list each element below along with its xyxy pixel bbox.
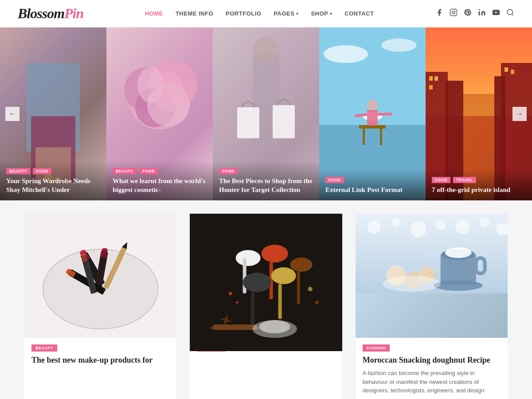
logo-blossom: Blossom — [18, 5, 64, 21]
grid-card-1: BEAUTY The best new make-up products for — [24, 214, 176, 399]
nav-pages[interactable]: PAGES ▾ — [274, 10, 298, 17]
slide-1-tag-1: BEAUTY — [6, 168, 30, 174]
content-grid: BEAUTY The best new make-up products for — [0, 200, 532, 399]
svg-rect-22 — [273, 105, 295, 138]
slider-prev-button[interactable]: ← — [5, 107, 20, 121]
slide-3-title: The Best Pieces to Shop from the Hunter … — [219, 177, 313, 194]
svg-point-2 — [455, 10, 456, 11]
svg-point-31 — [367, 100, 378, 110]
grid-card-2: CULTURE — [190, 214, 342, 399]
facebook-icon[interactable] — [435, 8, 443, 19]
svg-point-64 — [236, 250, 261, 266]
svg-point-70 — [243, 273, 271, 292]
logo-pin: Pin — [64, 5, 83, 21]
card-1-tag: BEAUTY — [31, 344, 57, 352]
svg-rect-32 — [367, 110, 378, 125]
nav-theme-info[interactable]: THEME INFO — [176, 10, 213, 17]
card-1-title: The best new make-up products for — [31, 355, 169, 365]
card-1-image — [24, 214, 176, 338]
svg-line-33 — [355, 114, 367, 116]
slide-5-tag-2: TRAVEL — [453, 177, 476, 183]
slide-4: FOOD External Link Post Format — [319, 27, 426, 200]
svg-point-76 — [308, 287, 313, 291]
svg-rect-0 — [450, 9, 457, 16]
linkedin-icon[interactable] — [478, 8, 486, 19]
slide-5-tag-1: FOOD — [432, 177, 450, 183]
svg-point-74 — [229, 292, 232, 295]
svg-rect-29 — [380, 127, 382, 145]
svg-point-83 — [367, 220, 380, 234]
svg-rect-73 — [278, 284, 282, 319]
slide-2-tag-2: FOOD — [139, 168, 158, 174]
svg-point-85 — [410, 221, 426, 237]
svg-line-34 — [378, 114, 392, 114]
svg-point-84 — [391, 218, 400, 227]
slide-5-title: 7 off-the-grid private island — [432, 186, 526, 195]
slide-1-tag-2: FOOD — [33, 168, 51, 174]
social-icons — [435, 8, 514, 19]
main-nav: HOME THEME INFO PORTFOLIO PAGES ▾ SHOP ▾… — [145, 10, 374, 17]
svg-point-72 — [271, 267, 296, 284]
slide-2: BEAUTY FOOD What we learnt from the worl… — [106, 27, 213, 200]
slide-3-tag-1: FOOD — [219, 168, 238, 174]
slide-2-tag-1: BEAUTY — [113, 168, 137, 174]
search-icon[interactable] — [506, 8, 514, 19]
slide-3: FOOD The Best Pieces to Shop from the Hu… — [213, 27, 319, 200]
slide-2-title: What we learnt from the world's biggest … — [113, 177, 207, 194]
slide-4-tag-1: FOOD — [325, 177, 344, 183]
svg-point-3 — [479, 9, 480, 11]
svg-rect-69 — [297, 271, 300, 305]
svg-rect-40 — [434, 76, 438, 81]
card-3-excerpt: A fashion can become the prevailing styl… — [363, 369, 501, 395]
card-3-title: Moroccan Snacking doughnut Recipe — [363, 355, 501, 365]
slide-4-title: External Link Post Format — [325, 186, 419, 195]
svg-rect-39 — [429, 76, 433, 81]
pinterest-icon[interactable] — [464, 8, 472, 19]
svg-rect-41 — [429, 85, 433, 90]
svg-rect-28 — [363, 127, 365, 145]
slider-next-button[interactable]: → — [512, 107, 527, 121]
svg-point-68 — [290, 258, 313, 272]
grid-card-3: FASHION Moroccan Snacking doughnut Recip… — [356, 214, 508, 399]
svg-point-75 — [236, 301, 239, 304]
pages-chevron-icon: ▾ — [296, 11, 298, 16]
instagram-icon[interactable] — [450, 8, 458, 19]
svg-point-66 — [262, 245, 288, 262]
svg-point-81 — [259, 320, 290, 333]
nav-portfolio[interactable]: PORTFOLIO — [226, 10, 261, 17]
svg-point-18 — [153, 72, 184, 112]
svg-rect-79 — [211, 327, 259, 329]
svg-point-20 — [253, 36, 279, 63]
site-header: BlossomPin HOME THEME INFO PORTFOLIO PAG… — [0, 0, 532, 27]
hero-slider: BEAUTY FOOD Your Spring Wardrobe Needs S… — [0, 27, 532, 200]
card-1-body: BEAUTY The best new make-up products for — [24, 338, 176, 365]
svg-rect-21 — [237, 107, 259, 138]
svg-point-94 — [434, 280, 482, 291]
shop-chevron-icon: ▾ — [330, 11, 332, 16]
svg-point-88 — [480, 218, 489, 227]
card-3-image — [356, 214, 508, 338]
card-3-tag: FASHION — [363, 344, 390, 352]
nav-shop[interactable]: SHOP ▾ — [311, 10, 332, 17]
nav-home[interactable]: HOME — [145, 10, 163, 17]
logo[interactable]: BlossomPin — [18, 5, 83, 22]
svg-point-25 — [381, 39, 417, 52]
svg-rect-44 — [505, 67, 508, 72]
svg-point-86 — [435, 219, 446, 230]
svg-point-24 — [324, 45, 368, 63]
card-3-body: FASHION Moroccan Snacking doughnut Recip… — [356, 338, 508, 395]
card-2-image — [190, 214, 342, 338]
nav-contact[interactable]: CONTACT — [344, 10, 374, 17]
svg-point-1 — [452, 11, 455, 14]
youtube-icon[interactable] — [492, 8, 500, 19]
svg-rect-71 — [251, 291, 255, 327]
svg-point-5 — [507, 9, 512, 15]
svg-point-77 — [315, 301, 319, 304]
svg-point-93 — [445, 247, 471, 258]
svg-point-87 — [455, 220, 469, 234]
slide-1-title: Your Spring Wardrobe Needs Shay Mitchell… — [6, 177, 100, 194]
svg-point-100 — [383, 276, 440, 292]
svg-rect-45 — [511, 70, 514, 74]
svg-line-6 — [512, 14, 513, 15]
